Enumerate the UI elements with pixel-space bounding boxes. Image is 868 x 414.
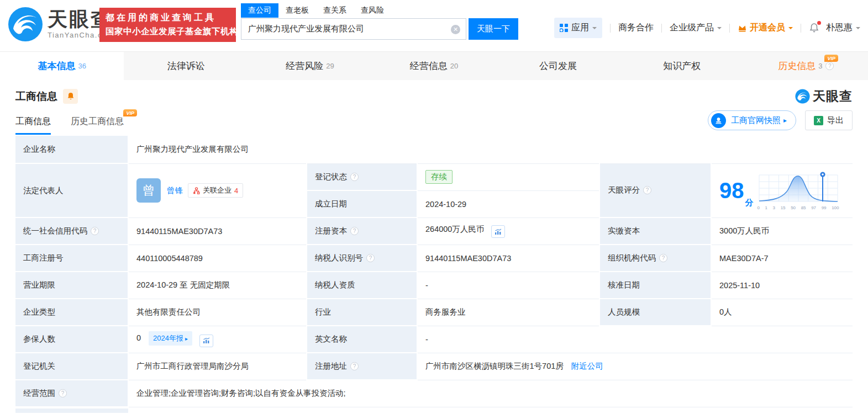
vip-badge: VIP — [123, 109, 137, 116]
excel-icon: X — [814, 116, 823, 125]
username-label: 朴恩惠 — [826, 22, 853, 34]
company-type-label: 企业类型 — [15, 299, 128, 326]
business-term-label: 营业期限 — [15, 272, 128, 299]
divider — [801, 24, 801, 33]
insured-count-label: 参保人数 — [15, 326, 128, 353]
nav-enterprise[interactable]: 企业级产品 — [670, 22, 722, 34]
tab-legal[interactable]: 法律诉讼 — [124, 52, 248, 80]
paid-capital-label: 实缴资本 — [599, 217, 711, 245]
subscribe-bell-button[interactable] — [63, 89, 78, 104]
tab-history-info[interactable]: VIP 历史信息 3 — [744, 52, 868, 80]
company-type-value: 其他有限责任公司 — [128, 299, 307, 326]
divider — [729, 24, 730, 33]
section-title: 工商信息 — [15, 89, 57, 104]
search-tab-risk[interactable]: 查风险 — [354, 3, 391, 18]
help-icon[interactable] — [350, 227, 359, 235]
reg-authority-label: 登记机关 — [15, 353, 128, 380]
help-icon[interactable] — [366, 254, 375, 262]
help-icon[interactable] — [91, 227, 99, 235]
help-icon[interactable] — [825, 62, 834, 70]
watermark: 天眼查 — [795, 88, 853, 105]
score-distribution-chart: 01 315 5085 9799 100 — [757, 171, 840, 210]
help-icon[interactable] — [350, 362, 359, 370]
legal-rep-name-link[interactable]: 曾锋 — [167, 185, 183, 196]
crown-icon — [738, 24, 747, 32]
table-row: 企业类型 其他有限责任公司 行业 商务服务业 人员规模 0人 — [15, 299, 853, 326]
help-icon[interactable] — [643, 186, 651, 194]
tianyancha-swirl-icon — [795, 89, 810, 104]
org-code-value: MAE30D7A-7 — [711, 245, 853, 272]
table-row: 参保人数 0 2024年报▸ 英文名称 - — [15, 326, 853, 353]
avatar[interactable]: 曾 — [136, 178, 161, 203]
export-button[interactable]: X 导出 — [805, 110, 853, 130]
reg-number-label: 工商注册号 — [15, 245, 128, 272]
clear-icon[interactable]: ✕ — [451, 25, 460, 34]
reg-number-value: 440110005448789 — [128, 245, 307, 272]
search-input[interactable] — [241, 19, 466, 39]
reg-capital-value: 264000万人民币 — [417, 217, 599, 245]
table-row: 统一社会信用代码 91440115MAE30D7A73 注册资本 264000万… — [15, 217, 853, 245]
related-companies-badge[interactable]: 关联企业 4 — [188, 183, 243, 198]
tab-label: 经营信息 — [410, 60, 448, 72]
reg-authority-value: 广州市工商行政管理局南沙分局 — [128, 353, 307, 380]
table-row: 企业名称 广州聚力现代产业发展有限公司 — [15, 136, 853, 163]
credit-code-label: 统一社会信用代码 — [15, 217, 128, 245]
approval-date-value: 2025-11-10 — [711, 272, 853, 299]
insured-count-value: 0 2024年报▸ — [128, 326, 307, 353]
credit-code-value: 91440115MAE30D7A73 — [128, 217, 307, 245]
score-unit: 分 — [745, 198, 754, 208]
nav-apps[interactable]: 应用 — [554, 18, 602, 38]
nav-vip-upgrade[interactable]: 开通会员 — [738, 22, 793, 34]
tab-operating-risk[interactable]: 经营风险 29 — [248, 52, 372, 80]
help-icon[interactable] — [350, 173, 359, 181]
vip-badge: VIP — [824, 55, 838, 62]
subtab-history-business-info[interactable]: VIP 历史工商信息 — [71, 116, 124, 135]
grid-icon — [560, 24, 568, 32]
divider — [661, 24, 662, 33]
search-tab-relation[interactable]: 查关系 — [316, 3, 354, 18]
capital-trend-icon[interactable] — [491, 225, 505, 238]
taxpayer-qualification-value: - — [417, 272, 599, 299]
tab-intellectual-property[interactable]: 知识产权 — [620, 52, 744, 80]
english-name-value: - — [417, 326, 853, 353]
subtab-business-info[interactable]: 工商信息 — [15, 116, 51, 135]
taxpayer-id-value: 91440115MAE30D7A73 — [417, 245, 599, 272]
search-area: 查公司 查老板 查关系 查风险 ✕ 天眼一下 — [241, 3, 518, 40]
tab-business-info[interactable]: 经营信息 20 — [372, 52, 496, 80]
tab-basic-info[interactable]: 基本信息 36 — [0, 52, 124, 80]
related-label: 关联企业 — [203, 185, 232, 195]
annual-report-badge[interactable]: 2024年报▸ — [149, 331, 192, 346]
nav-username[interactable]: 朴恩惠 — [826, 22, 860, 34]
industry-value: 商务服务业 — [417, 299, 599, 326]
org-chart-icon — [193, 187, 200, 194]
help-icon[interactable] — [59, 389, 67, 397]
nearby-companies-link[interactable]: 附近公司 — [571, 362, 603, 370]
table-row: 登记机关 广州市工商行政管理局南沙分局 注册地址 广州市南沙区横沥镇明珠三街1号… — [15, 353, 853, 380]
help-icon[interactable] — [659, 254, 667, 262]
business-scope-value: 企业管理;企业管理咨询;财务咨询;以自有资金从事投资活动; — [128, 380, 853, 407]
tab-count: 29 — [326, 62, 334, 70]
score-label: 天眼评分 — [599, 163, 711, 217]
industry-label: 行业 — [307, 299, 417, 326]
score-cell: 98 分 — [711, 163, 853, 217]
table-row: 工商注册号 440110005448789 纳税人识别号 91440115MAE… — [15, 245, 853, 272]
insured-trend-icon[interactable] — [199, 335, 213, 347]
tianyancha-logo[interactable]: 天眼查 TianYanCha.com — [8, 7, 114, 42]
search-tab-boss[interactable]: 查老板 — [278, 3, 316, 18]
legal-rep-label: 法定代表人 — [15, 163, 128, 217]
slogan-line2: 国家中小企业发展子基金旗下机构 — [106, 26, 230, 38]
reg-address-value: 广州市南沙区横沥镇明珠三街1号701房 附近公司 — [417, 353, 853, 380]
reg-status-value: 存续 — [417, 163, 599, 190]
related-count: 4 — [234, 187, 238, 195]
nav-cooperation[interactable]: 商务合作 — [618, 22, 654, 34]
notification-bell[interactable] — [809, 23, 819, 33]
search-button[interactable]: 天眼一下 — [469, 18, 518, 40]
business-scope-label: 经营范围 — [15, 380, 128, 407]
tab-label: 历史信息 — [778, 60, 816, 72]
tab-company-development[interactable]: 公司发展 — [496, 52, 620, 80]
arrow-right-icon: ▸ — [783, 116, 787, 124]
search-tab-company[interactable]: 查公司 — [241, 3, 278, 18]
company-name-value: 广州聚力现代产业发展有限公司 — [128, 136, 853, 163]
tab-label: 经营风险 — [286, 60, 323, 72]
official-snapshot-button[interactable]: 工商官网快照 ▸ — [708, 110, 796, 130]
